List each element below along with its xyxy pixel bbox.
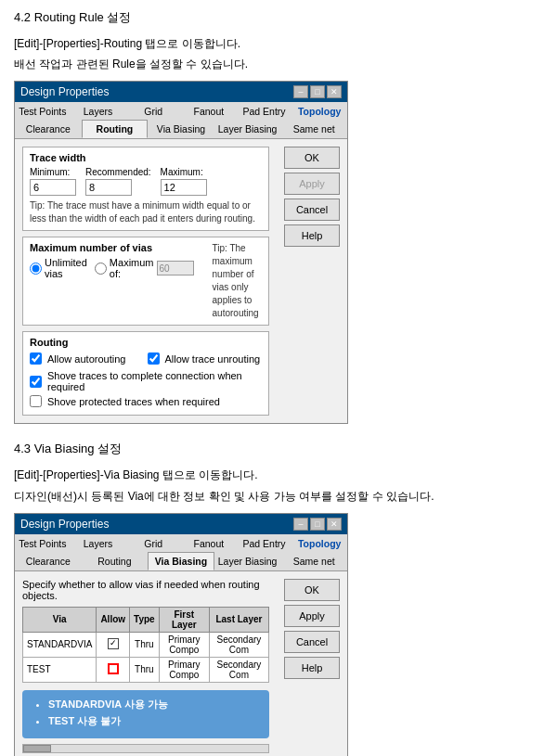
shove-protected-row: Shove protected traces when required (30, 395, 262, 407)
scrollbar-thumb[interactable] (23, 745, 51, 752)
tab-test-points[interactable]: Test Points (15, 102, 71, 120)
trace-max-label: Maximum: (161, 167, 207, 177)
type-0: Thru (130, 632, 160, 657)
via-col-header: Via (23, 607, 97, 632)
tab-pad-entry[interactable]: Pad Entry (237, 102, 292, 120)
unlimited-vias-radio: Unlimited vias Maximum of: (30, 257, 194, 279)
trace-max-input[interactable] (161, 179, 207, 196)
trace-rec-input[interactable] (85, 179, 132, 196)
d2-help-button[interactable]: Help (284, 657, 340, 679)
dialog2: Design Properties – □ ✕ Test Points Laye… (14, 513, 543, 756)
section1-desc2: 배선 작업과 관련된 Rule을 설정할 수 있습니다. (14, 56, 543, 73)
d2-tab-layers[interactable]: Layers (71, 534, 126, 552)
dialog1-box: Design Properties – □ ✕ Test Points Laye… (14, 81, 348, 424)
dialog2-close-button[interactable]: ✕ (327, 518, 342, 531)
shove-protected-label: Shove protected traces when required (47, 396, 220, 407)
dialog2-box: Design Properties – □ ✕ Test Points Laye… (14, 513, 348, 756)
trace-width-label: Trace width (30, 152, 262, 163)
first-layer-1: Primary Compo (159, 657, 209, 682)
allow-trace-unrouting-label: Allow trace unrouting (165, 353, 261, 365)
d2-tab-same-net[interactable]: Same net (280, 552, 347, 570)
shove-traces-row: Shove traces to complete connection when… (30, 370, 262, 392)
horizontal-scrollbar[interactable] (22, 744, 269, 753)
last-layer-0: Secondary Com (209, 632, 268, 657)
allow-autorouting-check[interactable] (30, 352, 42, 365)
trace-rec-label: Recommended: (85, 167, 151, 177)
maximize-button[interactable]: □ (310, 85, 325, 98)
callout-item-1: TEST 사용 불가 (48, 714, 258, 728)
tab-topology[interactable]: Topology (291, 102, 347, 120)
callout-item-0: STANDARDVIA 사용 가능 (48, 698, 258, 711)
section2-desc2: 디자인(배선)시 등록된 Via에 대한 정보 확인 및 사용 가능 여부를 설… (14, 488, 543, 506)
help-button[interactable]: Help (284, 224, 340, 247)
close-button[interactable]: ✕ (327, 85, 342, 98)
max-vias-input[interactable] (157, 261, 194, 275)
d2-tab-routing[interactable]: Routing (82, 552, 149, 570)
section1-title: 4.2 Routing Rule 설정 (14, 9, 543, 26)
dialog2-titlebar: Design Properties – □ ✕ (15, 514, 347, 534)
d2-tab-clearance[interactable]: Clearance (15, 552, 82, 570)
type-col-header: Type (130, 607, 160, 632)
trace-rec-col: Recommended: (85, 167, 151, 196)
trace-min-col: Minimum: (30, 167, 76, 196)
tab-fanout[interactable]: Fanout (181, 102, 237, 120)
last-layer-col-header: Last Layer (209, 607, 268, 632)
d2-ok-button[interactable]: OK (284, 579, 340, 601)
allow-check-1[interactable] (97, 657, 130, 682)
shove-traces-label: Shove traces to complete connection when… (47, 370, 262, 392)
tab-same-net[interactable]: Same net (280, 120, 347, 138)
section1-desc1: [Edit]-[Properties]-Routing 탭으로 이동합니다. (14, 35, 543, 53)
trace-min-label: Minimum: (30, 167, 76, 177)
max-vias-tip: Tip: The maximum number of vias only app… (213, 242, 262, 320)
dialog2-maximize-button[interactable]: □ (310, 518, 325, 531)
tab-layers[interactable]: Layers (71, 102, 126, 120)
first-layer-0: Primary Compo (159, 632, 209, 657)
apply-button[interactable]: Apply (284, 173, 340, 195)
unlimited-vias-label[interactable]: Unlimited vias (30, 257, 87, 279)
unlimited-vias-input[interactable] (30, 263, 42, 275)
allow-trace-unrouting-row: Allow trace unrouting (148, 352, 263, 365)
allow-check-0[interactable] (97, 632, 130, 657)
dialog2-buttons: OK Apply Cancel Help (277, 571, 347, 756)
d2-cancel-button[interactable]: Cancel (284, 631, 340, 653)
allow-col-header: Allow (97, 607, 130, 632)
d2-tab-test-points[interactable]: Test Points (15, 534, 71, 552)
tab-via-biasing[interactable]: Via Biasing (148, 120, 214, 138)
allow-trace-unrouting-check[interactable] (148, 352, 160, 365)
dialog2-titlebar-buttons: – □ ✕ (293, 518, 342, 531)
tab-grid[interactable]: Grid (125, 102, 181, 120)
tab-routing[interactable]: Routing (82, 120, 149, 138)
trace-min-input[interactable] (30, 179, 76, 196)
max-vias-group: Maximum number of vias Unlimited vias Ma… (22, 237, 269, 326)
allow-autorouting-label: Allow autorouting (47, 353, 125, 365)
dialog1: Design Properties – □ ✕ Test Points Laye… (14, 81, 543, 424)
max-of-radio[interactable] (95, 263, 107, 275)
d2-apply-button[interactable]: Apply (284, 605, 340, 627)
max-vias-label: Maximum number of vias (30, 242, 194, 253)
cancel-button[interactable]: Cancel (284, 199, 340, 221)
max-of-label[interactable]: Maximum of: (95, 257, 194, 279)
first-layer-col-header: First Layer (159, 607, 209, 632)
routing-section: Routing Allow autorouting Allow trace un… (22, 331, 269, 416)
allow-autorouting-row: Allow autorouting (30, 352, 145, 365)
max-of-text: Maximum of: (110, 257, 154, 279)
shove-traces-check[interactable] (30, 376, 42, 388)
d2-tab-via-biasing[interactable]: Via Biasing (148, 552, 214, 570)
table-row: TEST Thru Primary Compo Secondary Com (23, 657, 269, 682)
dialog2-title: Design Properties (20, 518, 109, 531)
table-row: STANDARDVIA Thru Primary Compo Secondary… (23, 632, 269, 657)
dialog2-minimize-button[interactable]: – (293, 518, 308, 531)
d2-tab-fanout[interactable]: Fanout (181, 534, 237, 552)
tab-clearance[interactable]: Clearance (15, 120, 82, 138)
shove-protected-check[interactable] (30, 395, 42, 407)
d2-tab-pad-entry[interactable]: Pad Entry (237, 534, 292, 552)
d2-tab-topology[interactable]: Topology (291, 534, 347, 552)
tab-layer-biasing[interactable]: Layer Biasing (214, 120, 281, 138)
dialog1-buttons: OK Apply Cancel Help (277, 139, 347, 423)
ok-button[interactable]: OK (284, 147, 340, 169)
minimize-button[interactable]: – (293, 85, 308, 98)
d2-tab-grid[interactable]: Grid (125, 534, 181, 552)
trace-max-col: Maximum: (161, 167, 207, 196)
via-table: Via Allow Type First Layer Last Layer ST… (22, 607, 269, 683)
d2-tab-layer-biasing[interactable]: Layer Biasing (214, 552, 281, 570)
